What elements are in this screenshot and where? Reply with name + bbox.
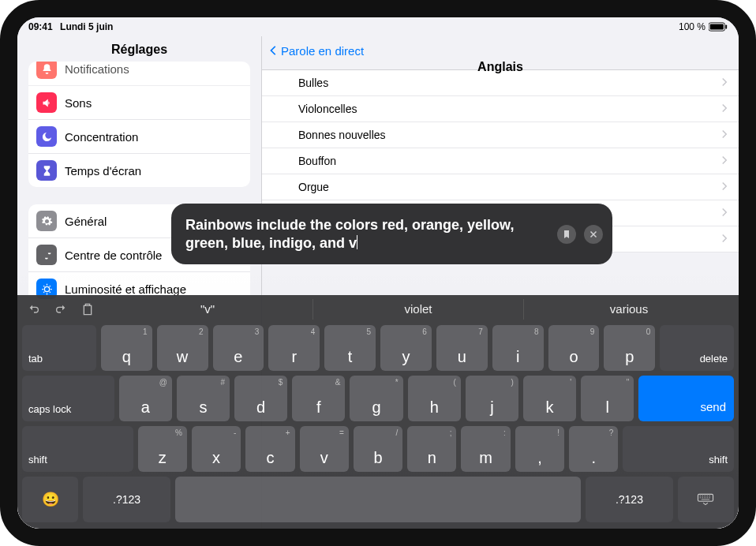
key-w[interactable]: 2w xyxy=(157,325,208,371)
chevron-right-icon xyxy=(720,207,729,219)
sidebar-item-sounds[interactable]: Sons xyxy=(28,86,250,120)
switches-icon xyxy=(36,245,57,265)
key-r[interactable]: 4r xyxy=(268,325,320,371)
undo-button[interactable] xyxy=(22,300,46,319)
key-i[interactable]: 8i xyxy=(492,325,544,371)
live-speech-input[interactable]: Rainbows include the colors red, orange,… xyxy=(171,204,612,264)
status-bar: 09:41 Lundi 5 juin 100 % xyxy=(17,17,739,36)
list-item-label: Orgue xyxy=(298,181,329,193)
sidebar-item-label: Notifications xyxy=(65,62,129,76)
key-k[interactable]: 'k xyxy=(523,376,576,421)
key-v[interactable]: =v xyxy=(300,426,349,472)
list-item[interactable]: Bulles xyxy=(262,70,739,96)
key-u[interactable]: 7u xyxy=(436,325,488,371)
key-p[interactable]: 0p xyxy=(604,325,655,371)
keyboard: "v" violet various tab 1q 2w 3e 4r 5t 6y… xyxy=(17,295,739,529)
key-send[interactable]: send xyxy=(638,376,734,421)
suggestion[interactable]: "v" xyxy=(103,299,313,320)
redo-button[interactable] xyxy=(49,300,73,319)
sidebar-item-screentime[interactable]: Temps d'écran xyxy=(28,154,250,187)
sidebar-group-1: Notifications Sons Concentration xyxy=(28,62,250,187)
key-emoji[interactable]: 😀 xyxy=(22,477,78,522)
chevron-right-icon xyxy=(720,155,729,167)
sidebar-item-notifications[interactable]: Notifications xyxy=(28,62,250,86)
key-period[interactable]: ?. xyxy=(569,426,618,472)
chevron-right-icon xyxy=(720,181,729,193)
key-capslock[interactable]: caps lock xyxy=(22,376,114,421)
sidebar-item-focus[interactable]: Concentration xyxy=(28,120,250,154)
suggestion[interactable]: various xyxy=(523,299,734,320)
back-label: Parole en direct xyxy=(281,44,364,58)
list-item[interactable]: Orgue xyxy=(262,174,739,200)
hourglass-icon xyxy=(36,160,57,181)
key-numsym-left[interactable]: .?123 xyxy=(83,477,170,522)
key-l[interactable]: "l xyxy=(581,376,634,421)
key-comma[interactable]: !, xyxy=(515,426,564,472)
key-numsym-right[interactable]: .?123 xyxy=(586,477,673,522)
key-b[interactable]: /b xyxy=(354,426,402,472)
speaker-icon xyxy=(36,92,57,113)
svg-rect-1 xyxy=(710,24,724,30)
key-o[interactable]: 9o xyxy=(548,325,600,371)
suggestion-bar: "v" violet various xyxy=(103,299,734,320)
battery-icon xyxy=(709,22,728,32)
key-a[interactable]: @a xyxy=(119,376,172,421)
sidebar-item-label: Temps d'écran xyxy=(65,164,141,178)
list-item-label: Bonnes nouvelles xyxy=(298,129,386,141)
key-x[interactable]: -x xyxy=(192,426,241,472)
chevron-right-icon xyxy=(720,103,729,115)
chevron-right-icon xyxy=(720,233,729,245)
key-shift-left[interactable]: shift xyxy=(22,426,133,472)
key-y[interactable]: 6y xyxy=(380,325,432,371)
sidebar-item-label: Concentration xyxy=(65,130,138,144)
notifications-icon xyxy=(36,62,57,79)
key-s[interactable]: #s xyxy=(177,376,230,421)
gear-icon xyxy=(36,211,57,231)
key-shift-right[interactable]: shift xyxy=(623,426,734,472)
key-e[interactable]: 3e xyxy=(213,325,264,371)
sidebar-item-label: Sons xyxy=(65,96,92,110)
svg-rect-2 xyxy=(725,24,727,28)
key-tab[interactable]: tab xyxy=(22,325,96,371)
live-speech-text: Rainbows include the colors red, orange,… xyxy=(185,217,514,251)
key-j[interactable]: )j xyxy=(466,376,518,421)
list-item[interactable]: Violoncelles xyxy=(262,96,739,122)
back-button[interactable]: Parole en direct xyxy=(268,44,364,58)
key-q[interactable]: 1q xyxy=(101,325,152,371)
key-m[interactable]: :m xyxy=(461,426,510,472)
text-cursor xyxy=(357,235,357,249)
chevron-right-icon xyxy=(720,77,729,89)
status-time: 09:41 xyxy=(28,21,53,32)
key-g[interactable]: *g xyxy=(350,376,402,421)
bookmark-button[interactable] xyxy=(557,225,576,244)
list-item-label: Bulles xyxy=(298,77,328,89)
list-item-label: Bouffon xyxy=(298,155,336,167)
key-h[interactable]: (h xyxy=(408,376,461,421)
sidebar-item-label: Luminosité et affichage xyxy=(65,282,186,296)
ipad-frame: 09:41 Lundi 5 juin 100 % Réglages Notif xyxy=(0,0,756,546)
sidebar-item-label: Général xyxy=(65,215,107,228)
sidebar-title: Réglages xyxy=(17,36,261,65)
list-item[interactable]: Bonnes nouvelles xyxy=(262,122,739,148)
key-d[interactable]: $d xyxy=(234,376,287,421)
clipboard-button[interactable] xyxy=(76,300,99,319)
sidebar-item-label: Centre de contrôle xyxy=(65,249,162,262)
key-n[interactable]: ;n xyxy=(407,426,456,472)
moon-icon xyxy=(36,126,57,147)
key-t[interactable]: 5t xyxy=(324,325,376,371)
chevron-right-icon xyxy=(720,129,729,141)
list-item[interactable]: Bouffon xyxy=(262,148,739,174)
key-space[interactable] xyxy=(175,477,581,522)
key-dismiss-keyboard[interactable] xyxy=(678,477,734,522)
key-delete[interactable]: delete xyxy=(660,325,734,371)
status-battery: 100 % xyxy=(679,21,705,32)
key-c[interactable]: +c xyxy=(245,426,294,472)
suggestion[interactable]: violet xyxy=(313,299,523,320)
close-button[interactable] xyxy=(584,225,603,244)
status-date: Lundi 5 juin xyxy=(60,21,113,32)
key-f[interactable]: &f xyxy=(292,376,345,421)
key-z[interactable]: %z xyxy=(138,426,187,472)
list-item-label: Violoncelles xyxy=(298,103,357,115)
